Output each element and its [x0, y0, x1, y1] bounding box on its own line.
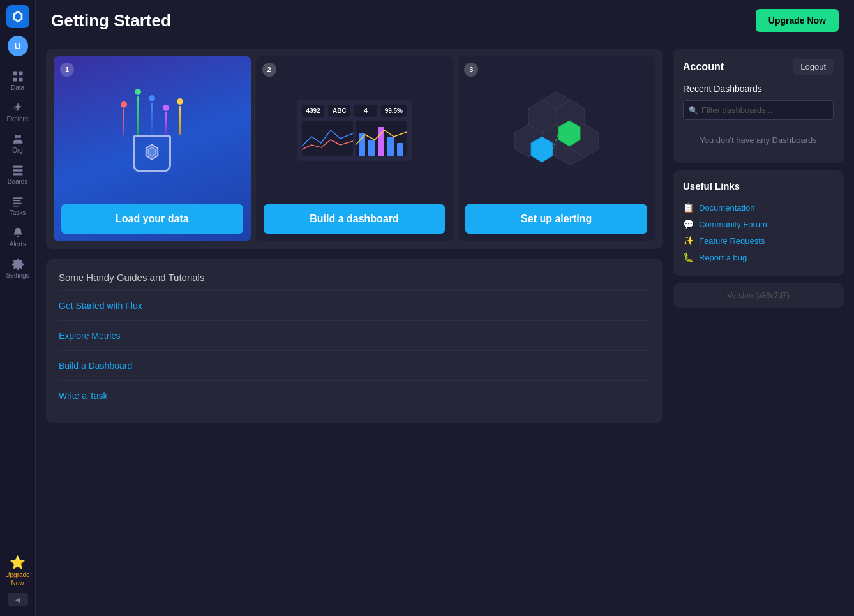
forum-link[interactable]: Community Forum — [699, 220, 767, 229]
svg-rect-19 — [368, 140, 375, 156]
step-card-2: 2 4392 ABC 4 — [256, 56, 453, 241]
sidebar-item-org[interactable]: Org — [0, 129, 35, 158]
version-box: Version (a86c7d7) — [673, 283, 844, 308]
docs-link[interactable]: Documentation — [699, 203, 754, 213]
account-header: Account Logout — [683, 59, 834, 75]
bug-link[interactable]: Report a bug — [699, 253, 747, 262]
guide-item-2[interactable]: Build a Dashboard — [59, 350, 650, 380]
upgrade-now-button[interactable]: Upgrade Now — [756, 9, 839, 32]
step-badge-2: 2 — [262, 63, 276, 77]
sidebar-item-alerts-label: Alerts — [10, 241, 26, 248]
upgrade-label2: Now — [11, 580, 24, 587]
dash-stat-3: 4 — [354, 105, 377, 117]
account-box: Account Logout Recent Dashboards 🔍 You d… — [673, 49, 844, 163]
useful-links-box: Useful Links 📋 Documentation 💬 Community… — [673, 170, 844, 276]
app-logo[interactable] — [6, 5, 29, 28]
left-content: 1 — [46, 49, 663, 606]
svg-rect-8 — [13, 166, 22, 168]
svg-rect-12 — [13, 200, 20, 202]
dash-stat-4: 99.5% — [381, 105, 407, 117]
sidebar-item-alerts[interactable]: Alerts — [0, 223, 35, 252]
guide-link-1[interactable]: Explore Metrics — [59, 331, 120, 341]
right-panel: Account Logout Recent Dashboards 🔍 You d… — [673, 49, 844, 606]
steps-row: 1 — [46, 49, 663, 249]
build-dashboard-button[interactable]: Build a dashboard — [264, 204, 446, 234]
svg-rect-11 — [13, 197, 22, 199]
svg-point-6 — [15, 135, 18, 138]
svg-rect-10 — [13, 173, 22, 175]
link-item-1[interactable]: 💬 Community Forum — [683, 216, 834, 232]
bug-emoji: 🐛 — [683, 252, 694, 262]
guides-section: Some Handy Guides and Tutorials Get Star… — [46, 259, 663, 423]
svg-rect-18 — [359, 133, 365, 156]
stem-1 — [121, 101, 127, 135]
setup-alerting-button[interactable]: Set up alerting — [465, 204, 647, 234]
stem-4 — [163, 105, 169, 135]
search-icon: 🔍 — [689, 106, 698, 115]
dashboard-illustration: 4392 ABC 4 99.5% — [297, 100, 412, 161]
sidebar-bottom: ⭐ Upgrade Now ◀ — [0, 551, 35, 611]
dash-chart-1 — [302, 121, 353, 156]
no-dashboards-message: You don't have any Dashboards — [683, 128, 834, 153]
hex-grid-svg — [506, 86, 608, 175]
guide-item-0[interactable]: Get Started with Flux — [59, 290, 650, 320]
svg-rect-21 — [387, 137, 394, 156]
svg-point-7 — [18, 135, 21, 138]
dash-stat-2-val: ABC — [332, 107, 347, 114]
content-area: 1 — [36, 41, 854, 616]
sidebar-item-org-label: Org — [12, 147, 23, 154]
page-title: Getting Started — [51, 11, 171, 31]
filter-input-wrap: 🔍 — [683, 100, 834, 120]
guide-link-2[interactable]: Build a Dashboard — [59, 361, 132, 371]
link-item-3[interactable]: 🐛 Report a bug — [683, 249, 834, 266]
svg-rect-4 — [13, 78, 17, 82]
svg-rect-9 — [13, 169, 22, 171]
svg-marker-17 — [148, 147, 156, 156]
alerting-illustration — [499, 86, 614, 175]
sidebar-item-tasks[interactable]: Tasks — [0, 192, 35, 220]
user-avatar[interactable]: U — [8, 36, 28, 56]
step-card-3: 3 — [458, 56, 655, 241]
guide-link-3[interactable]: Write a Task — [59, 391, 108, 401]
sidebar-item-settings[interactable]: Settings — [0, 254, 35, 283]
version-label: Version — [727, 291, 753, 300]
account-title: Account — [683, 61, 724, 73]
feature-link[interactable]: Feature Requests — [699, 236, 765, 246]
dash-stat-1: 4392 — [302, 105, 324, 117]
topbar: Getting Started Upgrade Now — [36, 0, 854, 41]
logout-button[interactable]: Logout — [793, 59, 834, 75]
upgrade-star-icon: ⭐ — [10, 555, 26, 570]
feature-emoji: ✨ — [683, 236, 694, 246]
sidebar-item-data[interactable]: Data — [0, 66, 35, 95]
dash-chart-2 — [356, 121, 407, 156]
guide-item-1[interactable]: Explore Metrics — [59, 320, 650, 350]
bucket-icon — [143, 143, 161, 164]
guide-link-0[interactable]: Get Started with Flux — [59, 301, 142, 311]
svg-rect-3 — [19, 72, 22, 76]
svg-rect-13 — [13, 203, 21, 204]
link-item-2[interactable]: ✨ Feature Requests — [683, 232, 834, 249]
guide-item-3[interactable]: Write a Task — [59, 380, 650, 410]
card-visual-2: 4392 ABC 4 99.5% — [256, 56, 453, 204]
recent-dashboards-title: Recent Dashboards — [683, 84, 834, 94]
sidebar: U Data Explore Org Boards Tasks Alerts S — [0, 0, 36, 616]
docs-emoji: 📋 — [683, 202, 694, 213]
sidebar-upgrade-button[interactable]: ⭐ Upgrade Now — [3, 551, 32, 590]
data-bucket — [133, 137, 171, 172]
svg-rect-14 — [13, 206, 18, 207]
dash-stats-row: 4392 ABC 4 99.5% — [302, 105, 407, 117]
sidebar-item-tasks-label: Tasks — [10, 209, 26, 216]
link-item-0[interactable]: 📋 Documentation — [683, 199, 834, 216]
dash-stat-2: ABC — [328, 105, 350, 117]
sidebar-item-boards[interactable]: Boards — [0, 160, 35, 189]
filter-dashboards-input[interactable] — [683, 100, 834, 120]
sidebar-collapse-button[interactable]: ◀ — [8, 593, 28, 606]
svg-rect-22 — [397, 143, 403, 156]
card-visual-1 — [54, 56, 251, 204]
load-data-button[interactable]: Load your data — [61, 204, 243, 234]
svg-rect-2 — [13, 72, 17, 76]
sidebar-item-explore-label: Explore — [7, 116, 29, 123]
sidebar-item-explore[interactable]: Explore — [0, 98, 35, 126]
step-card-1: 1 — [54, 56, 251, 241]
sidebar-item-data-label: Data — [11, 84, 24, 91]
